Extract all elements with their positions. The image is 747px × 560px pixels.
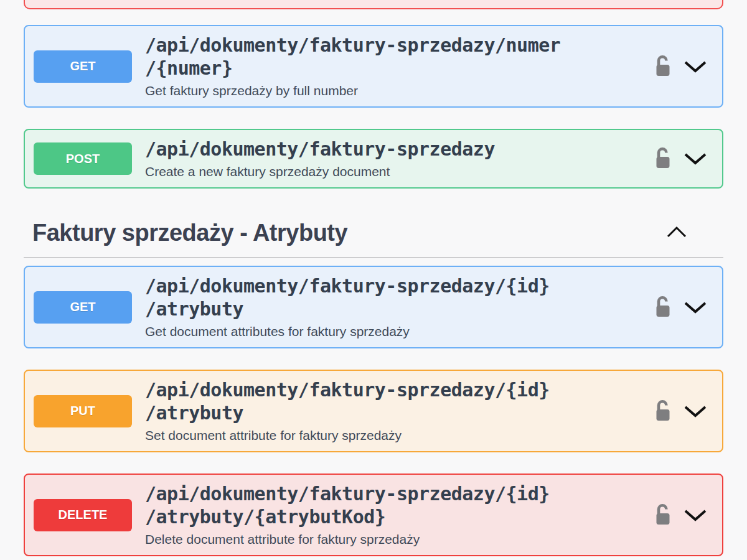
chevron-down-icon[interactable]: [684, 60, 707, 73]
clipped-endpoint-block[interactable]: [24, 0, 723, 9]
method-badge-delete: DELETE: [34, 499, 132, 531]
endpoint-description: Get document attributes for faktury sprz…: [145, 324, 646, 340]
method-badge-put: PUT: [34, 395, 132, 427]
unlocked-padlock-icon[interactable]: [654, 147, 672, 170]
unlocked-padlock-icon[interactable]: [654, 296, 672, 319]
endpoint-row-delete-atrybut[interactable]: DELETE /api/dokumenty/faktury-sprzedazy/…: [24, 474, 723, 556]
endpoint-row-post-create[interactable]: POST /api/dokumenty/faktury-sprzedazy Cr…: [24, 129, 723, 189]
endpoint-path: /api/dokumenty/faktury-sprzedazy/{id}/at…: [145, 378, 646, 424]
section-title: Faktury sprzedaży - Atrybuty: [32, 220, 347, 246]
endpoint-description: Get faktury sprzedaży by full number: [145, 83, 646, 99]
section-divider: [24, 257, 723, 258]
method-badge-get: GET: [34, 291, 132, 324]
unlocked-padlock-icon[interactable]: [654, 503, 672, 527]
unlocked-padlock-icon[interactable]: [654, 55, 672, 78]
chevron-down-icon[interactable]: [684, 508, 707, 522]
chevron-down-icon[interactable]: [684, 152, 707, 166]
endpoint-description: Create a new faktury sprzedaży document: [145, 164, 646, 180]
method-badge-get: GET: [34, 50, 132, 83]
method-badge-post: POST: [34, 142, 132, 175]
endpoint-row-put-atrybuty[interactable]: PUT /api/dokumenty/faktury-sprzedazy/{id…: [24, 370, 723, 452]
endpoint-row-get-numer[interactable]: GET /api/dokumenty/faktury-sprzedazy/num…: [24, 25, 723, 108]
endpoint-path: /api/dokumenty/faktury-sprzedazy: [145, 138, 646, 161]
endpoint-row-get-atrybuty[interactable]: GET /api/dokumenty/faktury-sprzedazy/{id…: [24, 266, 723, 348]
unlocked-padlock-icon[interactable]: [654, 399, 672, 423]
chevron-down-icon[interactable]: [684, 404, 707, 418]
endpoint-description: Set document attribute for faktury sprze…: [145, 427, 646, 444]
endpoint-path: /api/dokumenty/faktury-sprzedazy/numer/{…: [145, 34, 646, 80]
chevron-down-icon[interactable]: [684, 301, 707, 314]
chevron-up-icon[interactable]: [666, 226, 687, 240]
endpoint-path: /api/dokumenty/faktury-sprzedazy/{id}/at…: [145, 482, 646, 528]
api-doc-page: GET /api/dokumenty/faktury-sprzedazy/num…: [0, 0, 747, 556]
endpoint-description: Delete document attribute for faktury sp…: [145, 531, 646, 548]
endpoint-path: /api/dokumenty/faktury-sprzedazy/{id}/at…: [145, 274, 646, 320]
section-header-atrybuty[interactable]: Faktury sprzedaży - Atrybuty: [24, 220, 723, 246]
